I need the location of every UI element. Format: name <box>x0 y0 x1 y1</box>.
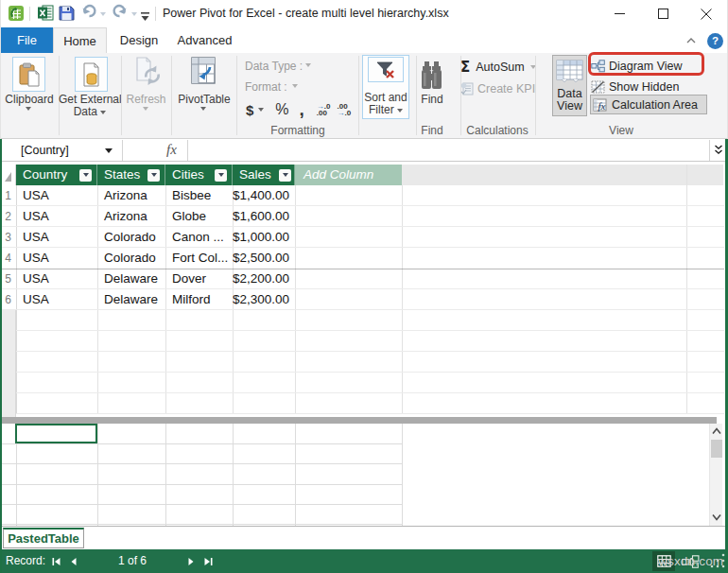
sheet-tab-pastedtable[interactable]: PastedTable <box>3 528 84 548</box>
pane-splitter[interactable] <box>2 417 717 424</box>
row-number[interactable]: 4 <box>0 248 16 269</box>
tab-advanced[interactable]: Advanced <box>170 27 239 53</box>
format-label[interactable]: Format : <box>245 80 287 94</box>
scroll-down-icon[interactable] <box>712 513 721 521</box>
cell-state[interactable]: Delaware <box>97 269 165 289</box>
qat-customize-icon[interactable] <box>140 9 151 26</box>
vertical-scrollbar[interactable] <box>709 424 722 526</box>
table-row[interactable]: 3 USA Colorado Canon ... $1,000.00 <box>0 227 724 248</box>
column-header-cities[interactable]: Cities <box>165 165 233 185</box>
column-header-country[interactable]: Country <box>16 165 97 185</box>
create-kpi-button[interactable]: Create KPI <box>460 78 535 98</box>
cell-city[interactable]: Milford <box>165 289 233 310</box>
tab-file[interactable]: File <box>1 27 53 53</box>
row-number[interactable]: 3 <box>0 227 16 248</box>
cell-state[interactable]: Colorado <box>97 227 165 248</box>
redo-icon[interactable] <box>112 4 129 23</box>
cell-sales[interactable]: $1,600.00 <box>233 206 295 227</box>
cell-country[interactable]: USA <box>16 185 97 206</box>
get-external-data-button[interactable] <box>75 57 108 92</box>
decrease-decimal-button[interactable]: .00→.0 <box>338 103 352 116</box>
autosum-button[interactable]: Σ AutoSum <box>460 57 536 77</box>
cell-country[interactable]: USA <box>16 227 97 248</box>
cell-sales[interactable]: $2,200.00 <box>233 269 295 289</box>
column-header-states[interactable]: States <box>97 165 165 185</box>
last-record-icon[interactable] <box>204 558 213 565</box>
cities-filter-icon[interactable] <box>215 169 227 182</box>
help-button[interactable]: ? <box>707 33 723 49</box>
table-row[interactable]: 6 USA Delaware Milford $2,300.00 <box>0 289 724 310</box>
maximize-button[interactable] <box>641 0 685 27</box>
cell-sales[interactable]: $2,300.00 <box>233 289 295 310</box>
close-button[interactable] <box>685 0 728 27</box>
select-all-corner[interactable] <box>0 165 16 185</box>
row-number[interactable]: 1 <box>0 185 16 206</box>
currency-button[interactable]: $ <box>246 102 253 118</box>
cell-city[interactable]: Bisbee <box>165 185 233 206</box>
table-row[interactable]: 4 USA Colorado Fort Col... $2,500.00 <box>0 248 724 269</box>
cell-country[interactable]: USA <box>16 289 97 310</box>
save-icon[interactable] <box>59 5 75 25</box>
states-filter-icon[interactable] <box>147 169 160 182</box>
cell-country[interactable]: USA <box>16 248 97 269</box>
percent-button[interactable]: % <box>275 101 288 118</box>
cell-city[interactable]: Canon ... <box>165 227 233 248</box>
cell-sales[interactable]: $1,000.00 <box>233 227 295 248</box>
row-number[interactable]: 2 <box>0 206 16 227</box>
cell-country[interactable]: USA <box>16 206 97 227</box>
undo-dropdown-caret[interactable] <box>100 12 106 16</box>
row-number[interactable]: 6 <box>0 289 16 310</box>
selected-cell[interactable] <box>15 424 97 443</box>
tab-home[interactable]: Home <box>53 27 107 53</box>
refresh-button[interactable] <box>135 57 160 89</box>
thousands-button[interactable]: , <box>300 105 304 114</box>
table-row[interactable]: 1 USA Arizona Bisbee $1,400.00 <box>0 185 724 206</box>
gridline <box>97 424 98 526</box>
table-row[interactable]: 2 USA Arizona Globe $1,600.00 <box>0 206 724 227</box>
currency-caret[interactable] <box>258 108 264 112</box>
cell-city[interactable]: Globe <box>165 206 233 227</box>
column-header-sales[interactable]: Sales <box>233 165 295 185</box>
show-hidden-button[interactable]: Show Hidden <box>591 77 704 96</box>
collapse-ribbon-icon[interactable] <box>683 32 700 49</box>
cell-sales[interactable]: $2,500.00 <box>233 248 295 269</box>
undo-icon[interactable] <box>80 4 97 23</box>
calculation-area-button[interactable]: fx Calculation Area <box>590 95 707 114</box>
cell-city[interactable]: Fort Col... <box>165 248 233 269</box>
data-view-button[interactable]: Data View <box>552 55 587 116</box>
clipboard-button[interactable] <box>12 57 45 92</box>
cell-state[interactable]: Arizona <box>97 185 165 206</box>
row-number[interactable]: 5 <box>0 269 16 289</box>
add-column-header[interactable]: Add Column <box>295 165 402 185</box>
fx-icon[interactable]: fx <box>166 140 177 161</box>
name-box[interactable]: [Country] <box>2 140 123 161</box>
formula-bar: [Country] fx <box>0 139 728 162</box>
next-record-icon[interactable] <box>188 558 194 565</box>
data-type-caret[interactable] <box>305 63 311 67</box>
table-row[interactable]: 5 USA Delaware Dover $2,200.00 <box>0 269 724 289</box>
country-filter-icon[interactable] <box>79 169 92 182</box>
cell-sales[interactable]: $1,400.00 <box>233 185 295 206</box>
previous-record-icon[interactable] <box>71 558 77 565</box>
cell-state[interactable]: Arizona <box>97 206 165 227</box>
cell-state[interactable]: Delaware <box>97 289 165 310</box>
sort-and-filter-button[interactable]: Sort and Filter <box>362 55 409 119</box>
minimize-button[interactable] <box>598 0 641 27</box>
pivottable-button[interactable] <box>191 57 216 89</box>
cell-state[interactable]: Colorado <box>97 248 165 269</box>
data-type-label[interactable]: Data Type : <box>245 60 303 73</box>
increase-decimal-button[interactable]: →.0.00 <box>317 103 331 116</box>
scrollbar-thumb[interactable] <box>711 440 722 458</box>
format-caret[interactable] <box>292 84 298 88</box>
redo-dropdown-caret[interactable] <box>131 12 137 16</box>
find-button[interactable] <box>419 61 444 96</box>
first-record-icon[interactable] <box>52 558 61 565</box>
cell-country[interactable]: USA <box>16 269 97 289</box>
formula-input[interactable] <box>188 140 709 161</box>
name-box-caret[interactable] <box>105 148 113 153</box>
formula-bar-expand-icon[interactable] <box>709 140 726 161</box>
tab-design[interactable]: Design <box>112 27 166 53</box>
scroll-up-icon[interactable] <box>712 427 721 435</box>
sales-filter-icon[interactable] <box>279 169 291 182</box>
cell-city[interactable]: Dover <box>165 269 233 289</box>
